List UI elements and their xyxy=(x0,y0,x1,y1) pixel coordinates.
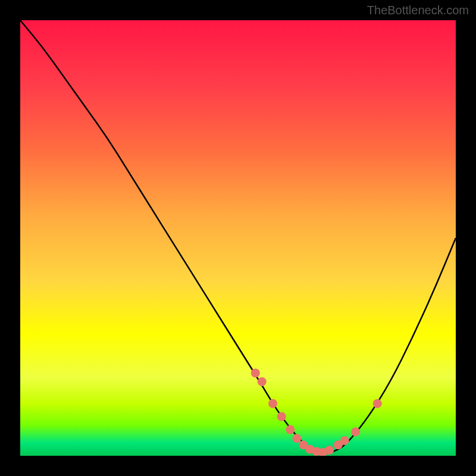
marker-dot xyxy=(292,434,301,443)
marker-dot xyxy=(277,412,286,421)
marker-dot xyxy=(373,399,382,408)
marker-dot xyxy=(325,446,334,455)
marker-dot xyxy=(251,368,260,377)
marker-dot xyxy=(340,436,349,445)
marker-dot xyxy=(351,427,360,436)
bottleneck-curve-line xyxy=(20,20,456,453)
marker-dot xyxy=(268,399,277,408)
watermark-text: TheBottleneck.com xyxy=(367,4,469,17)
marker-dot xyxy=(286,425,295,434)
marker-dot xyxy=(258,377,267,386)
curve-overlay xyxy=(20,20,456,456)
chart-area xyxy=(20,20,456,456)
marker-dots-group xyxy=(251,368,382,456)
